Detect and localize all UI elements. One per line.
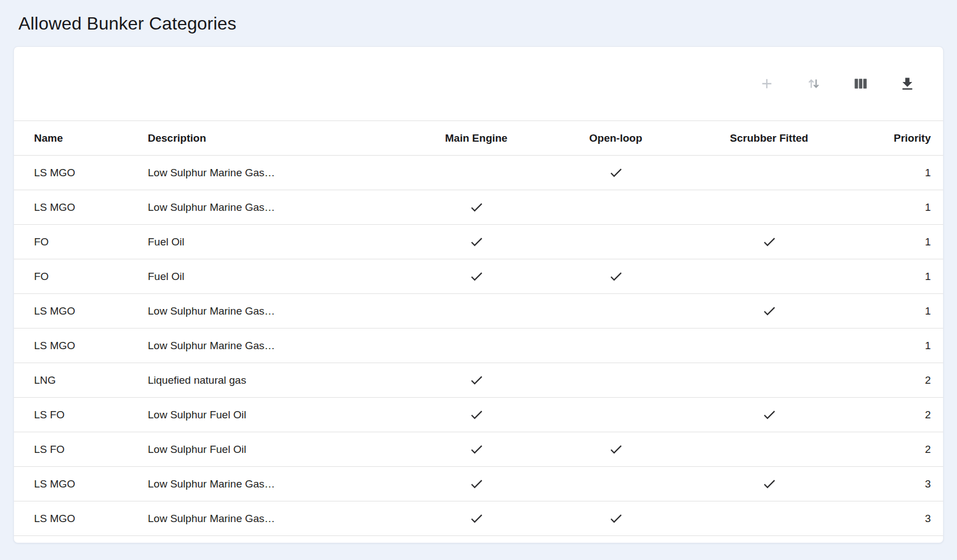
cell-name: LS MGO <box>14 156 128 190</box>
cell-open-loop <box>546 294 685 329</box>
cell-open-loop <box>546 225 685 259</box>
cell-name: LNG <box>14 363 128 398</box>
cell-open-loop <box>546 501 685 536</box>
page-title: Allowed Bunker Categories <box>18 13 944 34</box>
column-header-open-loop[interactable]: Open-loop <box>546 121 685 156</box>
column-header-description[interactable]: Description <box>128 121 407 156</box>
column-header-scrubber-fitted[interactable]: Scrubber Fitted <box>685 121 853 156</box>
column-header-priority[interactable]: Priority <box>853 121 943 156</box>
cell-description: Low Sulphur Marine Gas… <box>128 156 407 190</box>
cell-open-loop <box>546 259 685 294</box>
table-row[interactable]: LS MGO Low Sulphur Marine Gas… 1 <box>14 190 943 225</box>
cell-main-engine <box>407 501 546 536</box>
cell-main-engine <box>407 432 546 467</box>
cell-name: FO <box>14 225 128 259</box>
cell-description: Low Sulphur Fuel Oil <box>128 432 407 467</box>
cell-main-engine <box>407 190 546 225</box>
check-icon <box>762 476 777 491</box>
column-header-main-engine[interactable]: Main Engine <box>407 121 546 156</box>
check-icon <box>608 269 624 284</box>
check-icon <box>608 442 624 457</box>
cell-description: Low Sulphur Fuel Oil <box>128 398 407 432</box>
cell-main-engine <box>407 329 546 363</box>
cell-priority: 1 <box>853 259 943 294</box>
cell-priority: 3 <box>853 467 943 501</box>
cell-priority: 1 <box>853 294 943 329</box>
add-button[interactable] <box>757 74 777 94</box>
cell-name: LS MGO <box>14 467 128 501</box>
table-header-row: Name Description Main Engine Open-loop S… <box>14 121 943 156</box>
table-row[interactable]: FO Fuel Oil 1 <box>14 225 943 259</box>
cell-name: LS MGO <box>14 329 128 363</box>
check-icon <box>469 200 484 215</box>
cell-scrubber-fitted <box>685 467 853 501</box>
check-icon <box>762 303 777 318</box>
check-icon <box>469 442 484 457</box>
table-body: LS MGO Low Sulphur Marine Gas… 1 LS MGO … <box>14 156 943 536</box>
cell-open-loop <box>546 190 685 225</box>
cell-main-engine <box>407 156 546 190</box>
table-row[interactable]: LS FO Low Sulphur Fuel Oil 2 <box>14 398 943 432</box>
cell-priority: 1 <box>853 225 943 259</box>
cell-main-engine <box>407 225 546 259</box>
cell-scrubber-fitted <box>685 156 853 190</box>
plus-icon <box>759 76 775 91</box>
cell-open-loop <box>546 432 685 467</box>
cell-description: Low Sulphur Marine Gas… <box>128 329 407 363</box>
cell-scrubber-fitted <box>685 294 853 329</box>
cell-priority: 2 <box>853 398 943 432</box>
columns-icon <box>852 75 869 92</box>
table-row[interactable]: LS MGO Low Sulphur Marine Gas… 3 <box>14 467 943 501</box>
check-icon <box>608 165 624 180</box>
cell-scrubber-fitted <box>685 432 853 467</box>
cell-main-engine <box>407 398 546 432</box>
cell-name: LS FO <box>14 398 128 432</box>
cell-description: Low Sulphur Marine Gas… <box>128 294 407 329</box>
cell-main-engine <box>407 294 546 329</box>
cell-open-loop <box>546 363 685 398</box>
cell-open-loop <box>546 329 685 363</box>
check-icon <box>469 373 484 388</box>
download-button[interactable] <box>897 74 917 94</box>
cell-priority: 2 <box>853 432 943 467</box>
cell-open-loop <box>546 156 685 190</box>
table-row[interactable]: LS MGO Low Sulphur Marine Gas… 1 <box>14 294 943 329</box>
cell-scrubber-fitted <box>685 259 853 294</box>
table-row[interactable]: LS MGO Low Sulphur Marine Gas… 1 <box>14 329 943 363</box>
columns-button[interactable] <box>850 74 871 94</box>
cell-name: LS MGO <box>14 190 128 225</box>
page: Allowed Bunker Categories <box>0 0 957 553</box>
check-icon <box>469 234 484 249</box>
cell-name: LS MGO <box>14 294 128 329</box>
cell-priority: 2 <box>853 363 943 398</box>
table-row[interactable]: LS FO Low Sulphur Fuel Oil 2 <box>14 432 943 467</box>
cell-priority: 1 <box>853 190 943 225</box>
cell-description: Low Sulphur Marine Gas… <box>128 501 407 536</box>
check-icon <box>469 407 484 422</box>
check-icon <box>608 511 624 526</box>
cell-name: FO <box>14 259 128 294</box>
check-icon <box>762 407 777 422</box>
cell-priority: 1 <box>853 329 943 363</box>
cell-description: Low Sulphur Marine Gas… <box>128 467 407 501</box>
cell-description: Fuel Oil <box>128 225 407 259</box>
cell-priority: 1 <box>853 156 943 190</box>
cell-description: Low Sulphur Marine Gas… <box>128 190 407 225</box>
check-icon <box>762 234 777 249</box>
check-icon <box>469 476 484 491</box>
cell-description: Liquefied natural gas <box>128 363 407 398</box>
download-icon <box>899 75 916 92</box>
check-icon <box>469 269 484 284</box>
cell-main-engine <box>407 467 546 501</box>
bunker-categories-table: Name Description Main Engine Open-loop S… <box>14 120 943 536</box>
bunker-categories-card: Name Description Main Engine Open-loop S… <box>13 46 944 543</box>
column-header-name[interactable]: Name <box>14 121 128 156</box>
table-row[interactable]: LS MGO Low Sulphur Marine Gas… 1 <box>14 156 943 190</box>
cell-scrubber-fitted <box>685 225 853 259</box>
table-toolbar <box>14 47 943 120</box>
table-row[interactable]: LNG Liquefied natural gas 2 <box>14 363 943 398</box>
table-row[interactable]: FO Fuel Oil 1 <box>14 259 943 294</box>
table-row[interactable]: LS MGO Low Sulphur Marine Gas… 3 <box>14 501 943 536</box>
sort-button[interactable] <box>804 74 824 94</box>
cell-description: Fuel Oil <box>128 259 407 294</box>
